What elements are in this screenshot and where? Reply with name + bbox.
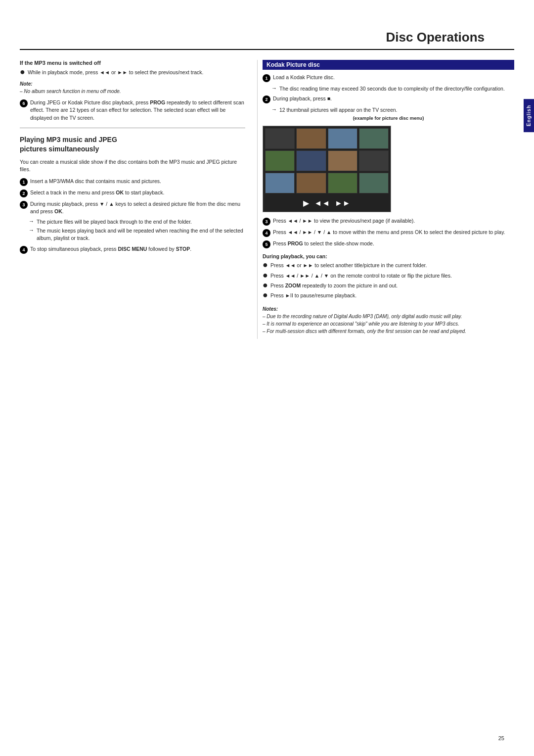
step1-number: 1 bbox=[20, 178, 28, 186]
during-bullet4: ● Press ►II to pause/resume playback. bbox=[263, 292, 514, 299]
mp3-step2: 2 Select a track in the menu and press O… bbox=[20, 189, 245, 197]
step6-text: During JPEG or Kodak Picture disc playba… bbox=[30, 99, 245, 122]
mp3-bullet1: ● While in playback mode, press ◄◄ or ►►… bbox=[20, 69, 245, 76]
page-title: Disc Operations bbox=[20, 30, 514, 50]
language-label: English bbox=[526, 105, 532, 126]
during-playback-heading: During playback, you can: bbox=[263, 253, 514, 259]
grid-cell-2 bbox=[296, 128, 326, 149]
mp3-step4-text: To stop simultaneous playback, press DIS… bbox=[30, 245, 191, 253]
kodak-step2-text: During playback, press ■. bbox=[273, 95, 332, 102]
divider bbox=[20, 128, 245, 128]
notes-block: Notes: – Due to the recording nature of … bbox=[263, 305, 514, 335]
grid-cell-6 bbox=[296, 150, 326, 171]
step3-arrow2: → The music keeps playing back and will … bbox=[20, 227, 245, 242]
grid-cell-3 bbox=[328, 128, 357, 149]
play-btn[interactable]: ▶ bbox=[303, 198, 309, 208]
grid-cell-9 bbox=[265, 173, 295, 193]
kodak-step5-text: Press PROG to select the slide-show mode… bbox=[273, 240, 374, 247]
mp3-step1-text: Insert a MP3/WMA disc that contains musi… bbox=[30, 178, 161, 185]
mp3-menu-off-heading: If the MP3 menu is switched off bbox=[20, 60, 245, 66]
kodak-step1-text: Load a Kodak Picture disc. bbox=[273, 74, 335, 81]
step4-number: 4 bbox=[20, 246, 28, 254]
mp3-jpeg-intro: You can create a musical slide show if t… bbox=[20, 158, 245, 173]
kodak-step5: 5 Press PROG to select the slide-show mo… bbox=[263, 240, 514, 248]
step6-item: 6 During JPEG or Kodak Picture disc play… bbox=[20, 99, 245, 122]
note2: – It is normal to experience an occasion… bbox=[263, 321, 459, 327]
mp3-note: Note: – No album search function in menu… bbox=[20, 80, 245, 95]
during-bullet3: ● Press ZOOM repeatedly to zoom the pict… bbox=[263, 282, 514, 289]
kodak-step2-number: 2 bbox=[263, 95, 270, 103]
grid-cell-5 bbox=[265, 150, 295, 171]
mp3-jpeg-section: Playing MP3 music and JPEG pictures simu… bbox=[20, 135, 245, 254]
during-bullet1: ● Press ◄◄ or ►► to select another title… bbox=[263, 262, 514, 269]
step3-arrow1: → The picture files will be played back … bbox=[20, 218, 245, 226]
kodak-step3-text: Press ◄◄ / ►► to view the previous/next … bbox=[273, 217, 415, 225]
page-container: English Disc Operations If the MP3 menu … bbox=[0, 0, 534, 756]
step3-number: 3 bbox=[20, 201, 28, 209]
grid-cell-12 bbox=[359, 173, 389, 193]
note3: – For multi-session discs with different… bbox=[263, 329, 466, 334]
picture-grid bbox=[265, 128, 389, 193]
mp3-jpeg-heading: Playing MP3 music and JPEG pictures simu… bbox=[20, 135, 245, 154]
mp3-step3: 3 During music playback, press ▼ / ▲ key… bbox=[20, 200, 245, 215]
mp3-bullet1-text: While in playback mode, press ◄◄ or ►► t… bbox=[28, 69, 204, 76]
prev-btn[interactable]: ◄◄ bbox=[314, 199, 330, 208]
left-column: If the MP3 menu is switched off ● While … bbox=[20, 60, 257, 339]
kodak-step1-number: 1 bbox=[263, 74, 270, 82]
bullet-dot: ● bbox=[20, 67, 25, 76]
kodak-step1: 1 Load a Kodak Picture disc. bbox=[263, 74, 514, 82]
picture-grid-container: ▶ ◄◄ ►► bbox=[263, 126, 391, 212]
kodak-step4: 4 Press ◄◄ / ►► / ▼ / ▲ to move within t… bbox=[263, 229, 514, 237]
kodak-step3-number: 3 bbox=[263, 218, 270, 226]
grid-cell-8 bbox=[359, 150, 389, 171]
mp3-step1: 1 Insert a MP3/WMA disc that contains mu… bbox=[20, 178, 245, 186]
kodak-step4-number: 4 bbox=[263, 229, 270, 237]
kodak-step5-number: 5 bbox=[263, 240, 270, 248]
grid-controls: ▶ ◄◄ ►► bbox=[265, 196, 389, 210]
during-bullet3-text: Press ZOOM repeatedly to zoom the pictur… bbox=[270, 282, 398, 289]
note1: – Due to the recording nature of Digital… bbox=[263, 314, 462, 319]
mp3-step2-text: Select a track in the menu and press OK … bbox=[30, 189, 164, 196]
grid-caption: (example for picture disc menu) bbox=[263, 115, 514, 121]
grid-cell-10 bbox=[296, 173, 326, 193]
mp3-step3-text: During music playback, press ▼ / ▲ keys … bbox=[30, 200, 245, 215]
kodak-step2: 2 During playback, press ■. bbox=[263, 95, 514, 103]
language-tab: English bbox=[524, 99, 534, 132]
mp3-menu-off-section: If the MP3 menu is switched off ● While … bbox=[20, 60, 245, 122]
kodak-step2-arrow: → 12 thumbnail pictures will appear on t… bbox=[263, 106, 514, 114]
kodak-step3: 3 Press ◄◄ / ►► to view the previous/nex… bbox=[263, 217, 514, 226]
grid-cell-11 bbox=[328, 173, 357, 193]
kodak-step1-arrow: → The disc reading time may exceed 30 se… bbox=[263, 85, 514, 93]
step2-number: 2 bbox=[20, 189, 28, 197]
grid-cell-7 bbox=[328, 150, 357, 171]
step6-number: 6 bbox=[20, 99, 28, 107]
right-column: Kodak Picture disc 1 Load a Kodak Pictur… bbox=[257, 60, 514, 339]
page-number: 25 bbox=[498, 735, 504, 741]
kodak-disc-heading: Kodak Picture disc bbox=[263, 60, 514, 70]
grid-cell-1 bbox=[265, 128, 295, 149]
mp3-step4: 4 To stop simultaneous playback, press D… bbox=[20, 245, 245, 254]
during-bullet2: ● Press ◄◄ / ►► / ▲ / ▼ on the remote co… bbox=[263, 272, 514, 280]
kodak-step4-text: Press ◄◄ / ►► / ▼ / ▲ to move within the… bbox=[273, 229, 505, 236]
grid-cell-4 bbox=[359, 128, 389, 149]
next-btn[interactable]: ►► bbox=[335, 199, 351, 208]
content-area: If the MP3 menu is switched off ● While … bbox=[0, 60, 534, 339]
